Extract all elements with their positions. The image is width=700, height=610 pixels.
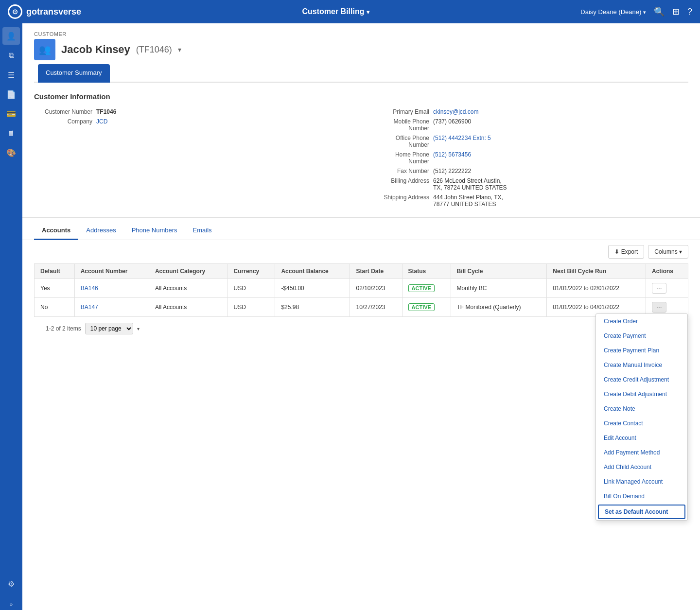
menu-item-link-managed-account[interactable]: Link Managed Account (596, 474, 687, 489)
sidebar-item-document[interactable]: 📄 (2, 86, 20, 103)
row2-actions: ··· Create Order Create Payment Create P… (646, 298, 688, 317)
sidebar-expand-button[interactable]: » (2, 598, 20, 610)
pagination-bar: 1-2 of 2 items 10 per page 25 per page 5… (34, 317, 688, 340)
sidebar-item-palette[interactable]: 🎨 (2, 144, 20, 161)
customer-name: Jacob Kinsey (61, 43, 130, 56)
menu-item-set-as-default-account[interactable]: Set as Default Account (598, 505, 685, 519)
tab-accounts[interactable]: Accounts (34, 222, 78, 240)
menu-item-create-note[interactable]: Create Note (596, 401, 687, 416)
info-row-primary-email: Primary Email ckinsey@jcd.com (371, 108, 688, 115)
sidebar-item-list[interactable]: ☰ (2, 66, 20, 84)
fax-label: Fax Number (371, 168, 429, 174)
tab-customer-summary[interactable]: Customer Summary (38, 64, 110, 83)
col-header-account-balance: Account Balance (275, 264, 350, 279)
sidebar-item-card[interactable]: 💳 (2, 105, 20, 122)
row1-default: Yes (35, 279, 75, 298)
logo-text: gotransverse (26, 7, 81, 17)
mobile-phone-label: Mobile PhoneNumber (371, 118, 429, 132)
company-value[interactable]: JCD (96, 118, 107, 125)
col-header-actions: Actions (646, 264, 688, 279)
app-title[interactable]: Customer Billing ▾ (91, 7, 580, 16)
menu-item-create-payment-plan[interactable]: Create Payment Plan (596, 343, 687, 358)
home-phone-label: Home PhoneNumber (371, 151, 429, 165)
customer-info-section: Customer Information Customer Number TF1… (22, 83, 700, 218)
primary-email-label: Primary Email (371, 108, 429, 115)
menu-item-create-contact[interactable]: Create Contact (596, 416, 687, 431)
tab-addresses[interactable]: Addresses (78, 222, 123, 240)
info-row-home-phone: Home PhoneNumber (512) 5673456 (371, 151, 688, 165)
col-header-next-bill-cycle-run: Next Bill Cycle Run (547, 264, 646, 279)
tab-emails[interactable]: Emails (185, 222, 220, 240)
info-row-customer-number: Customer Number TF1046 (34, 108, 351, 115)
sidebar: 👤 ⧉ ☰ 📄 💳 🖩 🎨 ⚙ » (0, 23, 22, 610)
menu-item-create-payment[interactable]: Create Payment (596, 329, 687, 343)
menu-item-bill-on-demand[interactable]: Bill On Demand (596, 489, 687, 504)
row1-currency: USD (228, 279, 275, 298)
col-header-status: Status (402, 264, 451, 279)
table-row: Yes BA146 All Accounts USD -$450.00 02/1… (35, 279, 688, 298)
menu-item-create-debit-adjustment[interactable]: Create Debit Adjustment (596, 387, 687, 401)
row1-account-balance: -$450.00 (275, 279, 350, 298)
content-area: CUSTOMER 👥 Jacob Kinsey (TF1046) ▾ Custo… (22, 23, 700, 610)
per-page-select[interactable]: 10 per page 25 per page 50 per page (85, 323, 133, 334)
customer-info-title: Customer Information (34, 92, 688, 101)
columns-button[interactable]: Columns ▾ (648, 245, 688, 259)
billing-address-label: Billing Address (371, 177, 429, 191)
menu-item-create-credit-adjustment[interactable]: Create Credit Adjustment (596, 372, 687, 387)
top-navigation: ⊙ gotransverse Customer Billing ▾ Daisy … (0, 0, 700, 23)
col-header-bill-cycle: Bill Cycle (451, 264, 547, 279)
accounts-table: Default Account Number Account Category … (34, 263, 688, 317)
row1-actions-button[interactable]: ··· (652, 283, 666, 294)
top-nav-right: Daisy Deane (Deane) ▾ 🔍 ⊞ ? (580, 6, 692, 17)
col-header-currency: Currency (228, 264, 275, 279)
grid-icon[interactable]: ⊞ (672, 6, 680, 17)
menu-item-create-manual-invoice[interactable]: Create Manual Invoice (596, 358, 687, 372)
row2-default: No (35, 298, 75, 317)
primary-email-value[interactable]: ckinsey@jcd.com (433, 108, 479, 115)
row2-currency: USD (228, 298, 275, 317)
help-icon[interactable]: ? (687, 7, 692, 17)
user-menu[interactable]: Daisy Deane (Deane) ▾ (580, 8, 646, 16)
menu-item-edit-account[interactable]: Edit Account (596, 431, 687, 445)
sidebar-item-calc[interactable]: 🖩 (2, 124, 20, 142)
tab-phone-numbers[interactable]: Phone Numbers (124, 222, 185, 240)
customer-name-row: 👥 Jacob Kinsey (TF1046) ▾ (34, 39, 688, 60)
logo[interactable]: ⊙ gotransverse (8, 4, 81, 19)
home-phone-value[interactable]: (512) 5673456 (433, 151, 471, 165)
avatar: 👥 (34, 39, 55, 60)
mobile-phone-value: (737) 0626900 (433, 118, 471, 132)
info-row-billing-address: Billing Address 626 McLeod Street Austin… (371, 177, 688, 191)
customer-dropdown-arrow[interactable]: ▾ (178, 46, 181, 53)
info-row-office-phone: Office PhoneNumber (512) 4442234 Extn: 5 (371, 135, 688, 148)
info-row-mobile-phone: Mobile PhoneNumber (737) 0626900 (371, 118, 688, 132)
row1-start-date: 02/10/2023 (350, 279, 402, 298)
row2-start-date: 10/27/2023 (350, 298, 402, 317)
info-row-company: Company JCD (34, 118, 351, 125)
office-phone-value[interactable]: (512) 4442234 Extn: 5 (433, 135, 491, 148)
row2-account-balance: $25.98 (275, 298, 350, 317)
menu-item-add-child-account[interactable]: Add Child Account (596, 460, 687, 474)
sidebar-item-people[interactable]: 👤 (2, 27, 20, 45)
office-phone-label: Office PhoneNumber (371, 135, 429, 148)
section-tabs: Accounts Addresses Phone Numbers Emails (22, 222, 700, 240)
customer-label: CUSTOMER (34, 31, 688, 37)
export-button[interactable]: ⬇ Export (608, 245, 644, 259)
row2-account-number[interactable]: BA147 (74, 298, 149, 317)
menu-item-add-payment-method[interactable]: Add Payment Method (596, 445, 687, 460)
sidebar-item-copy[interactable]: ⧉ (2, 47, 20, 64)
customer-number-label: Customer Number (34, 108, 92, 115)
row2-status: ACTIVE (402, 298, 451, 317)
sidebar-item-settings[interactable]: ⚙ (2, 575, 20, 593)
col-header-account-number: Account Number (74, 264, 149, 279)
row1-account-number[interactable]: BA146 (74, 279, 149, 298)
search-icon[interactable]: 🔍 (654, 6, 665, 17)
customer-header: CUSTOMER 👥 Jacob Kinsey (TF1046) ▾ Custo… (22, 23, 700, 83)
context-menu: Create Order Create Payment Create Payme… (595, 314, 688, 521)
main-layout: 👤 ⧉ ☰ 📄 💳 🖩 🎨 ⚙ » CUSTOMER 👥 Jacob Kinse… (0, 23, 700, 610)
company-label: Company (34, 118, 92, 125)
info-grid: Customer Number TF1046 Company JCD Prima… (34, 108, 688, 208)
customer-id: (TF1046) (136, 45, 172, 55)
menu-item-create-order[interactable]: Create Order (596, 314, 687, 329)
row2-actions-button[interactable]: ··· (652, 302, 666, 313)
status-badge: ACTIVE (408, 303, 435, 311)
